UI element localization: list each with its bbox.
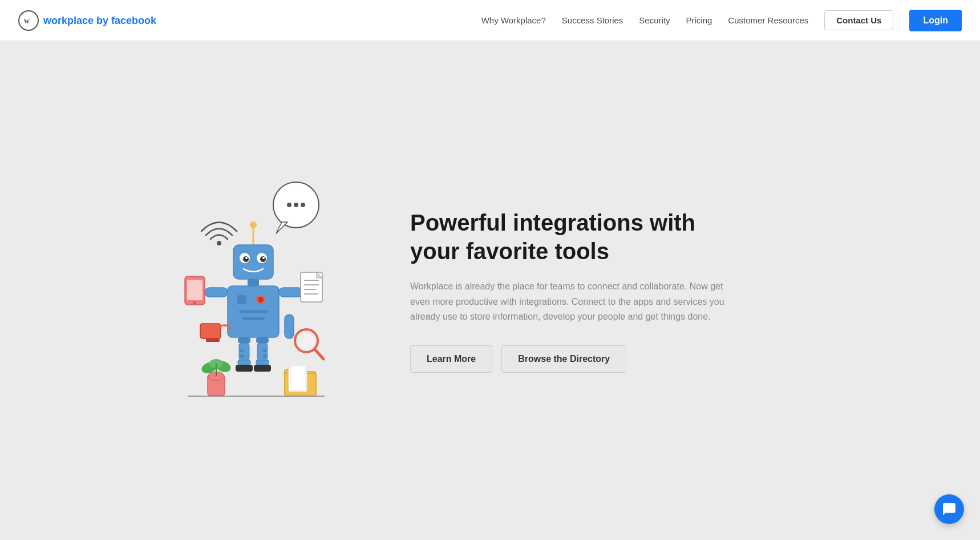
svg-point-42 (233, 334, 236, 336)
hero-content: Powerful integrations with your favorite… (410, 208, 741, 372)
chat-fab-button[interactable] (934, 494, 964, 524)
svg-point-7 (301, 203, 305, 207)
svg-marker-4 (276, 222, 287, 233)
svg-point-49 (240, 354, 244, 358)
hero-inner: Powerful integrations with your favorite… (148, 171, 832, 410)
nav-success-stories[interactable]: Success Stories (562, 15, 623, 25)
nav-why-workplace[interactable]: Why Workplace? (481, 15, 546, 25)
logo[interactable]: w workplace by facebook (18, 10, 156, 31)
svg-point-22 (258, 297, 264, 303)
svg-rect-64 (291, 365, 306, 390)
svg-rect-23 (239, 310, 268, 313)
hero-title: Powerful integrations with your favorite… (410, 208, 741, 265)
svg-point-55 (263, 354, 266, 358)
svg-rect-35 (285, 315, 294, 338)
svg-rect-39 (200, 324, 221, 338)
nav-security[interactable]: Security (639, 15, 670, 25)
svg-point-48 (240, 349, 244, 352)
hero-illustration (148, 171, 365, 410)
chat-icon (942, 502, 957, 517)
logo-plain: workplace by (43, 15, 111, 26)
svg-point-16 (245, 257, 248, 259)
nav-pricing[interactable]: Pricing (686, 15, 712, 25)
browse-directory-button[interactable]: Browse the Directory (501, 345, 626, 373)
svg-rect-20 (237, 295, 246, 304)
svg-rect-40 (206, 338, 220, 342)
svg-point-10 (250, 221, 257, 228)
svg-rect-53 (254, 365, 271, 372)
svg-rect-27 (187, 280, 203, 300)
svg-point-6 (294, 203, 298, 207)
svg-rect-45 (239, 343, 249, 360)
header: w workplace by facebook Why Workplace? S… (0, 0, 980, 41)
hero-buttons: Learn More Browse the Directory (410, 345, 741, 373)
svg-line-37 (315, 349, 323, 359)
main-nav: Why Workplace? Success Stories Security … (481, 10, 962, 31)
svg-point-41 (231, 332, 233, 334)
svg-rect-52 (256, 360, 269, 365)
nav-customer-resources[interactable]: Customer Resources (728, 15, 808, 25)
svg-point-38 (298, 333, 314, 349)
svg-rect-44 (238, 337, 250, 343)
learn-more-button[interactable]: Learn More (410, 345, 492, 373)
svg-rect-50 (256, 337, 269, 343)
svg-rect-11 (233, 245, 273, 279)
workplace-logo-icon: w (18, 10, 39, 31)
login-button[interactable]: Login (909, 10, 962, 31)
svg-point-8 (217, 241, 221, 245)
svg-rect-47 (236, 365, 253, 372)
hero-description: Workplace is already the place for teams… (410, 279, 741, 324)
logo-brand: facebook (111, 15, 156, 26)
svg-rect-46 (238, 360, 250, 365)
svg-point-5 (287, 203, 291, 207)
svg-point-54 (263, 349, 266, 352)
svg-point-17 (262, 257, 265, 259)
svg-point-43 (229, 335, 231, 337)
svg-rect-24 (242, 317, 265, 320)
svg-rect-51 (257, 343, 268, 360)
svg-text:w: w (24, 17, 30, 25)
logo-text: workplace by facebook (43, 15, 156, 26)
svg-point-28 (193, 301, 196, 305)
svg-rect-18 (248, 279, 259, 286)
svg-rect-29 (279, 288, 303, 297)
contact-us-button[interactable]: Contact Us (824, 10, 893, 30)
svg-rect-25 (205, 288, 228, 297)
hero-section: Powerful integrations with your favorite… (0, 41, 980, 540)
robot-svg (153, 171, 359, 410)
